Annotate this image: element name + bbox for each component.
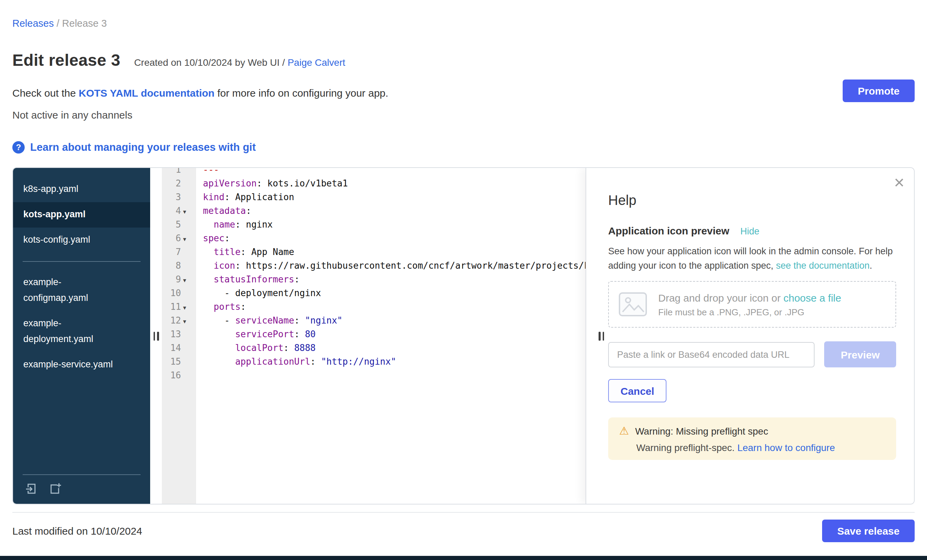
see-documentation-link[interactable]: see the documentation bbox=[776, 261, 869, 271]
warning-title: Warning: Missing preflight spec bbox=[635, 426, 768, 437]
grip-bar bbox=[153, 331, 155, 340]
footer: Last modified on 10/10/2024 Save release bbox=[12, 519, 915, 542]
breadcrumb-releases-link[interactable]: Releases bbox=[12, 18, 54, 29]
created-by-link[interactable]: Paige Calvert bbox=[288, 57, 345, 68]
description-period: . bbox=[870, 261, 872, 271]
docs-prefix: Check out the bbox=[12, 87, 76, 99]
title-row: Edit release 3 Created on 10/10/2024 by … bbox=[12, 51, 915, 70]
kots-yaml-docs-link[interactable]: KOTS YAML documentation bbox=[79, 87, 214, 99]
grip-bar bbox=[599, 332, 600, 341]
hide-link[interactable]: Hide bbox=[740, 226, 759, 237]
code-line[interactable]: --- bbox=[203, 168, 585, 177]
bottom-strip bbox=[0, 556, 927, 560]
code-line[interactable] bbox=[203, 369, 585, 382]
help-title: Help bbox=[608, 193, 896, 208]
grip-bar bbox=[602, 332, 604, 341]
image-placeholder-icon bbox=[619, 292, 647, 317]
configure-preflight-link[interactable]: Learn how to configure bbox=[737, 442, 835, 453]
code-line[interactable]: icon: https://raw.githubusercontent.com/… bbox=[203, 259, 585, 273]
import-file-icon[interactable] bbox=[25, 482, 38, 496]
editor-gutter: 1234▾56▾789▾1011▾12▾13141516 bbox=[162, 168, 196, 504]
code-line[interactable]: ports: bbox=[203, 300, 585, 314]
git-help-row: ? Learn about managing your releases wit… bbox=[12, 141, 915, 153]
code-line[interactable]: localPort: 8888 bbox=[203, 341, 585, 355]
file-tree-sidebar: k8s-app.yamlkots-app.yamlkots-config.yam… bbox=[13, 168, 150, 504]
file-tree-footer bbox=[13, 474, 150, 504]
code-line[interactable]: servicePort: 80 bbox=[203, 328, 585, 341]
warning-triangle-icon: ⚠ bbox=[619, 426, 629, 437]
code-line[interactable]: name: nginx bbox=[203, 218, 585, 232]
code-line[interactable]: kind: Application bbox=[203, 191, 585, 204]
icon-preview-description: See how your application icon will look … bbox=[608, 244, 896, 273]
breadcrumb: Releases / Release 3 bbox=[12, 18, 915, 29]
code-line[interactable]: - deployment/nginx bbox=[203, 287, 585, 300]
dropzone-text: Drag and drop your icon or choose a file… bbox=[658, 291, 841, 317]
code-line[interactable]: - serviceName: "nginx" bbox=[203, 314, 585, 328]
sidebar-resize-handle[interactable] bbox=[150, 168, 162, 504]
icon-url-input[interactable] bbox=[608, 342, 815, 367]
icon-url-row: Preview bbox=[608, 341, 896, 367]
file-tree-item[interactable]: k8s-app.yaml bbox=[13, 177, 128, 202]
code-line[interactable]: metadata: bbox=[203, 204, 585, 218]
code-line[interactable]: spec: bbox=[203, 232, 585, 245]
file-tree-item[interactable]: kots-app.yaml bbox=[13, 202, 150, 228]
editor-code[interactable]: ---apiVersion: kots.io/v1beta1kind: Appl… bbox=[196, 168, 585, 504]
file-tree-item[interactable]: example-deployment.yaml bbox=[13, 311, 128, 352]
close-icon[interactable]: × bbox=[894, 173, 904, 191]
choose-file-link[interactable]: choose a file bbox=[783, 291, 841, 303]
icon-preview-header: Application icon preview Hide bbox=[608, 225, 896, 237]
preview-button[interactable]: Preview bbox=[825, 341, 896, 367]
code-line[interactable]: applicationUrl: "http://nginx" bbox=[203, 355, 585, 369]
file-type-hint: File must be a .PNG, .JPEG, or .JPG bbox=[658, 307, 841, 317]
file-tree-item[interactable]: example-service.yaml bbox=[13, 352, 128, 377]
save-release-button[interactable]: Save release bbox=[822, 519, 915, 542]
grip-bar bbox=[157, 331, 159, 340]
yaml-editor[interactable]: 1234▾56▾789▾1011▾12▾13141516 ---apiVersi… bbox=[162, 168, 585, 504]
breadcrumb-current: / Release 3 bbox=[56, 18, 107, 29]
help-panel: × Help Application icon preview Hide See… bbox=[585, 168, 914, 504]
code-line[interactable]: statusInformers: bbox=[203, 273, 585, 287]
help-resize-handle[interactable] bbox=[599, 332, 604, 341]
file-group-divider bbox=[23, 261, 141, 262]
file-tree-item[interactable]: example-configmap.yaml bbox=[13, 270, 128, 311]
file-group-1: k8s-app.yamlkots-app.yamlkots-config.yam… bbox=[13, 177, 150, 253]
new-file-icon[interactable] bbox=[48, 482, 62, 496]
question-circle-icon: ? bbox=[12, 141, 25, 153]
warning-banner: ⚠ Warning: Missing preflight spec Warnin… bbox=[608, 417, 896, 460]
cancel-button[interactable]: Cancel bbox=[608, 379, 666, 402]
last-modified: Last modified on 10/10/2024 bbox=[12, 525, 142, 537]
drop-instruction: Drag and drop your icon or bbox=[658, 291, 781, 303]
created-text: Created on 10/10/2024 by Web UI / bbox=[134, 57, 285, 68]
warning-detail: Warning preflight-spec. bbox=[636, 442, 735, 453]
git-help-link[interactable]: Learn about managing your releases with … bbox=[30, 141, 256, 153]
footer-divider bbox=[12, 512, 915, 513]
file-group-2: example-configmap.yamlexample-deployment… bbox=[13, 270, 150, 377]
code-line[interactable]: title: App Name bbox=[203, 245, 585, 259]
promote-button[interactable]: Promote bbox=[843, 79, 915, 102]
page-title: Edit release 3 bbox=[12, 51, 120, 70]
docs-suffix: for more info on configuring your app. bbox=[217, 87, 388, 99]
created-info: Created on 10/10/2024 by Web UI / Paige … bbox=[134, 57, 345, 68]
channel-status: Not active in any channels bbox=[12, 109, 915, 121]
page: Releases / Release 3 Edit release 3 Crea… bbox=[0, 0, 927, 560]
file-tree-item[interactable]: kots-config.yaml bbox=[13, 228, 128, 253]
release-editor-panel: k8s-app.yamlkots-app.yamlkots-config.yam… bbox=[12, 167, 915, 504]
code-line[interactable]: apiVersion: kots.io/v1beta1 bbox=[203, 177, 585, 191]
icon-preview-title: Application icon preview bbox=[608, 225, 729, 237]
docs-line: Check out the KOTS YAML documentation fo… bbox=[12, 87, 915, 99]
icon-dropzone[interactable]: Drag and drop your icon or choose a file… bbox=[608, 281, 896, 328]
